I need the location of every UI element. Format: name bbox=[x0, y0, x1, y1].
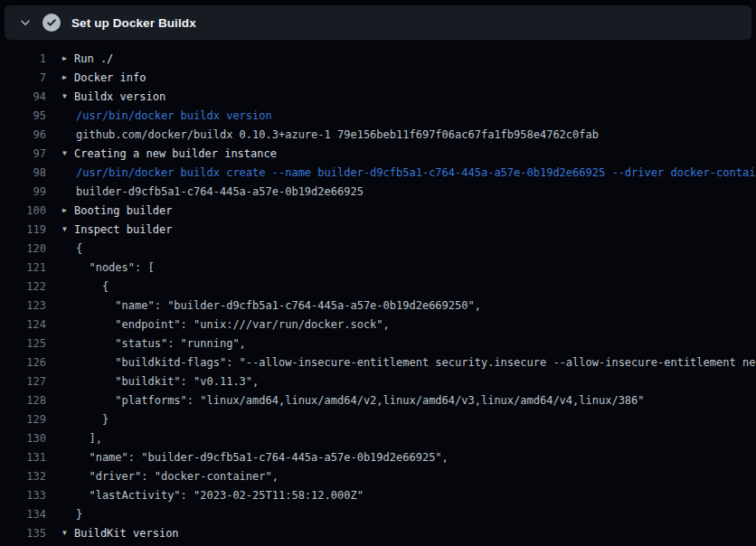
line-number[interactable]: 124 bbox=[0, 318, 46, 331]
log-text: { bbox=[76, 242, 82, 255]
caret-right-icon[interactable]: ▶ bbox=[62, 73, 74, 81]
check-circle-icon bbox=[43, 14, 61, 32]
log-line: 121 "nodes": [ bbox=[0, 258, 756, 277]
chevron-down-icon[interactable] bbox=[19, 16, 32, 29]
log-line: 130 ], bbox=[0, 428, 756, 447]
caret-right-icon[interactable]: ▶ bbox=[62, 54, 74, 62]
log-line: 134} bbox=[0, 504, 756, 523]
line-number[interactable]: 98 bbox=[0, 166, 46, 179]
log-group-line[interactable]: 94▼Buildx version bbox=[0, 87, 756, 106]
caret-down-icon[interactable]: ▼ bbox=[62, 92, 74, 100]
log-line: 95/usr/bin/docker buildx version bbox=[0, 106, 756, 125]
log-text: } bbox=[76, 508, 82, 521]
line-number[interactable]: 119 bbox=[0, 223, 46, 236]
log-text: "name": "builder-d9cfb5a1-c764-445a-a57e… bbox=[76, 451, 449, 464]
line-number[interactable]: 131 bbox=[0, 451, 46, 464]
line-number[interactable]: 121 bbox=[0, 261, 46, 274]
log-group-line[interactable]: 1▶Run ./ bbox=[0, 49, 756, 68]
line-number[interactable]: 100 bbox=[0, 204, 46, 217]
line-number[interactable]: 96 bbox=[0, 128, 46, 141]
line-number[interactable]: 128 bbox=[0, 394, 46, 407]
log-line: 132 "driver": "docker-container", bbox=[0, 466, 756, 485]
log-line: 131 "name": "builder-d9cfb5a1-c764-445a-… bbox=[0, 447, 756, 466]
log-container: 1▶Run ./7▶Docker info94▼Buildx version95… bbox=[0, 40, 756, 546]
line-number[interactable]: 94 bbox=[0, 90, 46, 103]
line-number[interactable]: 7 bbox=[0, 71, 46, 84]
log-text: "driver": "docker-container", bbox=[76, 470, 279, 483]
log-group-line[interactable]: 7▶Docker info bbox=[0, 68, 756, 87]
line-number[interactable]: 130 bbox=[0, 432, 46, 445]
step-header[interactable]: Set up Docker Buildx bbox=[5, 5, 751, 40]
log-line: 133 "lastActivity": "2023-02-25T11:58:12… bbox=[0, 485, 756, 504]
log-line: 124 "endpoint": "unix:///var/run/docker.… bbox=[0, 315, 756, 334]
log-text: "name": "builder-d9cfb5a1-c764-445a-a57e… bbox=[76, 299, 481, 312]
log-line: 120{ bbox=[0, 239, 756, 258]
log-text: } bbox=[76, 413, 109, 426]
log-line: 129 } bbox=[0, 410, 756, 428]
log-group-line[interactable]: 100▶Booting builder bbox=[0, 201, 756, 220]
log-text: github.com/docker/buildx 0.10.3+azure-1 … bbox=[76, 128, 599, 141]
caret-down-icon[interactable]: ▼ bbox=[62, 529, 74, 537]
log-text: BuildKit version bbox=[74, 527, 179, 540]
log-line: 127 "buildkit": "v0.11.3", bbox=[0, 372, 756, 391]
line-number[interactable]: 120 bbox=[0, 242, 46, 255]
line-number[interactable]: 129 bbox=[0, 413, 46, 426]
log-text: "buildkitd-flags": "--allow-insecure-ent… bbox=[76, 356, 756, 369]
log-text: "status": "running", bbox=[76, 337, 246, 350]
log-text: "nodes": [ bbox=[76, 261, 155, 274]
log-text: builder-d9cfb5a1-c764-445a-a57e-0b19d2e6… bbox=[76, 185, 364, 198]
log-text: "platforms": "linux/amd64,linux/amd64/v2… bbox=[76, 394, 645, 407]
log-text: Run ./ bbox=[74, 52, 113, 65]
log-text: "endpoint": "unix:///var/run/docker.sock… bbox=[76, 318, 390, 331]
line-number[interactable]: 126 bbox=[0, 356, 46, 369]
caret-right-icon[interactable]: ▶ bbox=[62, 206, 74, 214]
log-text: /usr/bin/docker buildx version bbox=[76, 109, 272, 122]
line-number[interactable]: 135 bbox=[0, 527, 46, 540]
log-text: /usr/bin/docker buildx create --name bui… bbox=[76, 166, 756, 179]
line-number[interactable]: 134 bbox=[0, 508, 46, 521]
log-text: Creating a new builder instance bbox=[74, 147, 277, 160]
log-group-line[interactable]: 97▼Creating a new builder instance bbox=[0, 144, 756, 163]
log-line: 122 { bbox=[0, 277, 756, 296]
line-number[interactable]: 125 bbox=[0, 337, 46, 350]
log-line: 123 "name": "builder-d9cfb5a1-c764-445a-… bbox=[0, 296, 756, 315]
log-line: 125 "status": "running", bbox=[0, 334, 756, 353]
line-number[interactable]: 95 bbox=[0, 109, 46, 122]
log-line: 128 "platforms": "linux/amd64,linux/amd6… bbox=[0, 391, 756, 410]
step-title: Set up Docker Buildx bbox=[71, 16, 196, 30]
log-text: Buildx version bbox=[74, 90, 165, 103]
log-group-line[interactable]: 119▼Inspect builder bbox=[0, 220, 756, 239]
line-number[interactable]: 127 bbox=[0, 375, 46, 388]
line-number[interactable]: 122 bbox=[0, 280, 46, 293]
log-line: 98/usr/bin/docker buildx create --name b… bbox=[0, 163, 756, 182]
line-number[interactable]: 99 bbox=[0, 185, 46, 198]
log-text: { bbox=[76, 280, 109, 293]
log-line: 99builder-d9cfb5a1-c764-445a-a57e-0b19d2… bbox=[0, 182, 756, 201]
caret-down-icon[interactable]: ▼ bbox=[62, 225, 74, 233]
line-number[interactable]: 123 bbox=[0, 299, 46, 312]
caret-down-icon[interactable]: ▼ bbox=[62, 149, 74, 157]
line-number[interactable]: 132 bbox=[0, 470, 46, 483]
log-text: Booting builder bbox=[74, 204, 172, 217]
log-line: 126 "buildkitd-flags": "--allow-insecure… bbox=[0, 353, 756, 372]
line-number[interactable]: 133 bbox=[0, 489, 46, 502]
log-text: "lastActivity": "2023-02-25T11:58:12.000… bbox=[76, 489, 364, 502]
log-text: ], bbox=[76, 432, 102, 445]
log-text: "buildkit": "v0.11.3", bbox=[76, 375, 259, 388]
line-number[interactable]: 97 bbox=[0, 147, 46, 160]
line-number[interactable]: 1 bbox=[0, 52, 46, 65]
log-group-line[interactable]: 135▼BuildKit version bbox=[0, 523, 756, 542]
log-line: 136builder-d9cfb5a1-c764-445a-a57e-0b19d… bbox=[0, 542, 756, 546]
log-line: 96github.com/docker/buildx 0.10.3+azure-… bbox=[0, 125, 756, 144]
log-text: Docker info bbox=[74, 71, 146, 84]
log-text: Inspect builder bbox=[74, 223, 172, 236]
